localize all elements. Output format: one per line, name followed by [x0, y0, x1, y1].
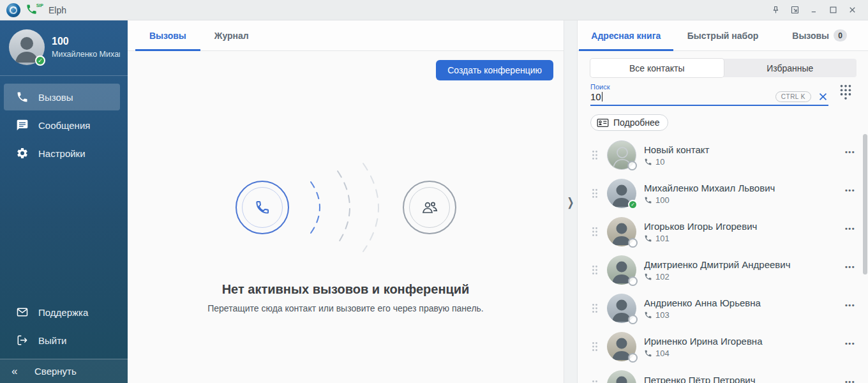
phone-small-icon — [644, 234, 652, 243]
contact-row[interactable]: Петренко Пётр Петрович ••• — [590, 366, 857, 383]
sidebar-item-support[interactable]: Поддержка — [4, 299, 120, 326]
signal-waves-icon — [304, 160, 387, 255]
contact-avatar — [607, 332, 636, 361]
sidebar-item-messages[interactable]: Сообщения — [4, 112, 120, 139]
drag-handle-icon[interactable] — [590, 265, 599, 275]
contact-number: 100 — [655, 195, 670, 205]
dock-window-icon[interactable] — [785, 3, 804, 18]
online-status-badge: ✓ — [35, 56, 45, 66]
sidebar-item-calls[interactable]: Вызовы — [4, 84, 120, 110]
search-input[interactable]: Поиск 10 CTRL K — [590, 83, 828, 106]
contact-row[interactable]: Андриенко Анна Юрьевна 103 ••• — [590, 289, 857, 327]
contact-row[interactable]: Игорьков Игорь Игоревич 101 ••• — [590, 213, 857, 251]
phone-small-icon — [644, 158, 652, 166]
sidebar-item-label: Вызовы — [38, 92, 73, 103]
contact-row[interactable]: ✓ Михайленко Михаил Львович 100 ••• — [590, 174, 857, 213]
sidebar-item-settings[interactable]: Настройки — [4, 140, 120, 167]
minimize-icon[interactable] — [804, 3, 823, 18]
contact-avatar — [607, 217, 636, 246]
tab-calls[interactable]: Вызовы — [135, 20, 200, 50]
contact-number: 103 — [655, 310, 670, 320]
envelope-icon — [15, 305, 29, 319]
clear-search-icon[interactable] — [818, 91, 828, 102]
contact-name: Дмитриенко Дмитрий Андреевич — [644, 259, 841, 270]
search-label: Поиск — [590, 83, 828, 91]
shortcut-badge: CTRL K — [775, 91, 811, 102]
contact-menu-button[interactable]: ••• — [841, 301, 857, 315]
contacts-panel: Адресная книга Быстрый набор Вызовы 0 Вс… — [578, 20, 868, 383]
contact-status-badge — [627, 161, 637, 170]
text-caret — [602, 92, 602, 101]
contact-number: 101 — [655, 234, 670, 243]
phone-circle-icon — [236, 181, 289, 234]
profile-section[interactable]: ✓ 100 Михайленко Михаи… — [0, 20, 128, 76]
maximize-icon[interactable] — [823, 3, 842, 18]
tab-calls-count[interactable]: Вызовы 0 — [771, 20, 868, 50]
contact-menu-button[interactable]: ••• — [841, 186, 857, 200]
empty-state-title: Нет активных вызовов и конференций — [128, 282, 564, 297]
main-tab-bar: Вызовы Журнал — [128, 20, 564, 51]
phone-small-icon — [644, 349, 652, 357]
dialpad-icon[interactable] — [835, 83, 857, 106]
contact-status-badge — [628, 238, 638, 248]
drag-handle-icon[interactable] — [590, 303, 599, 313]
calls-count-badge: 0 — [834, 29, 847, 41]
contact-row[interactable]: Ириненко Ирина Игоревна 104 ••• — [590, 327, 857, 366]
contact-row[interactable]: Дмитриенко Дмитрий Андреевич 102 ••• — [590, 251, 857, 289]
window-title: Elph — [49, 5, 66, 15]
empty-state-subtitle: Перетащите сюда контакт или вызовите его… — [128, 303, 564, 313]
phone-small-icon — [644, 311, 652, 319]
drag-handle-icon[interactable] — [590, 342, 599, 352]
panel-tab-bar: Адресная книга Быстрый набор Вызовы 0 — [578, 20, 868, 51]
search-value: 10 — [590, 91, 601, 102]
sidebar: ✓ 100 Михайленко Михаи… Вызовы — [0, 20, 128, 383]
chevrons-left-icon: « — [11, 365, 26, 378]
drag-handle-icon[interactable] — [590, 150, 599, 160]
create-conference-button[interactable]: Создать конференцию — [436, 60, 553, 80]
segment-favorites[interactable]: Избранные — [724, 59, 857, 77]
main-area: Вызовы Журнал Создать конференцию — [128, 20, 564, 383]
app-window: SIP Elph ✓ 100 — [0, 0, 868, 383]
segment-all-contacts[interactable]: Все контакты — [590, 59, 724, 77]
contact-number: 10 — [655, 157, 664, 167]
scrollbar-thumb[interactable] — [863, 134, 867, 274]
contact-row[interactable]: Новый контакт 10 ••• — [590, 136, 857, 174]
tab-speed-dial[interactable]: Быстрый набор — [675, 20, 772, 50]
contact-menu-button[interactable]: ••• — [841, 148, 857, 162]
close-icon[interactable] — [842, 3, 862, 18]
contact-status-badge: ✓ — [628, 200, 638, 209]
contact-status-badge — [628, 276, 638, 286]
pin-icon[interactable] — [766, 3, 785, 18]
panel-divider: ❯ — [564, 20, 578, 383]
details-button[interactable]: Подробнее — [590, 114, 668, 131]
sip-phone-icon: SIP — [26, 3, 42, 17]
tab-address-book[interactable]: Адресная книга — [578, 20, 675, 50]
sidebar-item-label: Поддержка — [38, 307, 88, 318]
sidebar-item-logout[interactable]: Выйти — [4, 327, 120, 354]
contact-menu-button[interactable]: ••• — [841, 225, 857, 239]
gear-icon — [15, 146, 29, 160]
contact-name: Ириненко Ирина Игоревна — [644, 336, 841, 347]
collapse-label: Свернуть — [34, 366, 77, 377]
drag-handle-icon[interactable] — [590, 188, 599, 199]
drag-handle-icon[interactable] — [590, 227, 599, 237]
phone-small-icon — [644, 196, 652, 204]
contact-menu-button[interactable]: ••• — [841, 340, 857, 354]
contact-name: Петренко Пётр Петрович — [644, 375, 841, 383]
contact-menu-button[interactable]: ••• — [841, 378, 857, 383]
collapse-sidebar-button[interactable]: « Свернуть — [0, 359, 128, 383]
contact-avatar — [607, 255, 636, 285]
contact-number: 104 — [655, 349, 670, 358]
sidebar-item-label: Настройки — [38, 148, 86, 159]
contact-menu-button[interactable]: ••• — [841, 263, 857, 277]
contact-status-badge — [628, 353, 638, 363]
profile-avatar: ✓ — [9, 29, 45, 65]
chat-icon — [15, 118, 29, 132]
drag-handle-icon[interactable] — [590, 380, 599, 383]
sidebar-item-label: Сообщения — [38, 120, 90, 131]
contact-name: Новый контакт — [644, 144, 841, 155]
tab-journal[interactable]: Журнал — [200, 20, 263, 50]
contact-list: Новый контакт 10 ••• ✓ Михайленко Михаил… — [590, 136, 857, 383]
chevron-right-icon[interactable]: ❯ — [567, 195, 574, 209]
profile-extension: 100 — [52, 36, 69, 47]
